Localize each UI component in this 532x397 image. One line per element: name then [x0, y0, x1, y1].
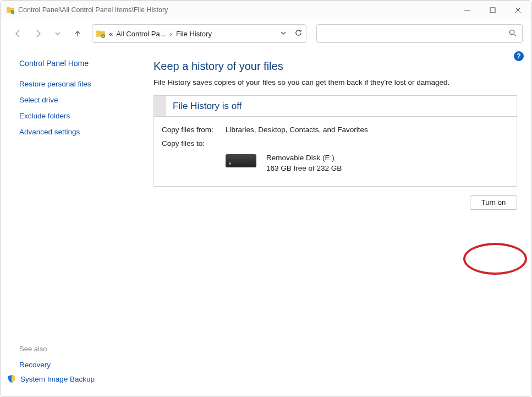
- page-description: File History saves copies of your files …: [153, 78, 517, 86]
- sidebar-link-advanced[interactable]: Advanced settings: [19, 128, 127, 136]
- copy-to-label: Copy files to:: [162, 139, 226, 148]
- nav-up-button[interactable]: [69, 25, 86, 42]
- toolbar: « All Control Pa... › File History: [1, 19, 531, 48]
- drive-name: Removable Disk (E:): [266, 153, 342, 164]
- sidebar: Control Panel Home Restore personal file…: [1, 48, 137, 396]
- help-icon[interactable]: ?: [514, 51, 524, 61]
- address-bar[interactable]: « All Control Pa... › File History: [92, 24, 306, 43]
- sidebar-link-select-drive[interactable]: Select drive: [19, 96, 127, 104]
- breadcrumb-item-2[interactable]: File History: [176, 30, 212, 38]
- search-icon[interactable]: [508, 29, 517, 39]
- sidebar-item-label: System Image Backup: [20, 375, 95, 383]
- sidebar-item-label: Recovery: [19, 361, 51, 369]
- chevron-right-icon: ›: [169, 30, 173, 38]
- minimize-button[interactable]: [454, 2, 480, 18]
- breadcrumb-item-1[interactable]: All Control Pa...: [116, 30, 166, 38]
- file-history-status: File History is off: [173, 101, 242, 112]
- drive-info: Removable Disk (E:) 163 GB free of 232 G…: [226, 153, 509, 174]
- control-panel-icon: [6, 6, 15, 14]
- refresh-button[interactable]: [294, 29, 303, 39]
- drive-icon: [226, 154, 256, 167]
- status-panel-header: File History is off: [154, 96, 517, 117]
- copy-from-label: Copy files from:: [162, 126, 226, 134]
- svg-rect-1: [490, 8, 495, 13]
- control-panel-home-link[interactable]: Control Panel Home: [19, 59, 127, 68]
- folder-icon: [96, 29, 106, 39]
- see-also-label: See also: [19, 345, 127, 353]
- address-dropdown-icon[interactable]: [280, 30, 287, 38]
- sidebar-link-restore[interactable]: Restore personal files: [19, 80, 127, 88]
- shield-icon: [7, 374, 16, 383]
- nav-recent-dropdown[interactable]: [49, 25, 67, 42]
- breadcrumb-prefix: «: [109, 30, 113, 38]
- content-area: ? Keep a history of your files File Hist…: [137, 48, 531, 396]
- copy-from-value: Libraries, Desktop, Contacts, and Favori…: [226, 126, 368, 134]
- status-panel: File History is off Copy files from: Lib…: [153, 95, 517, 187]
- annotation-highlight: [463, 243, 527, 275]
- drive-free-space: 163 GB free of 232 GB: [266, 164, 342, 174]
- sidebar-link-recovery[interactable]: Recovery: [19, 361, 127, 369]
- svg-point-3: [509, 30, 514, 34]
- search-input[interactable]: [322, 30, 508, 38]
- turn-on-button[interactable]: Turn on: [470, 195, 517, 210]
- close-button[interactable]: [505, 2, 530, 18]
- status-stripe: [154, 96, 166, 116]
- nav-back-button[interactable]: [9, 25, 27, 42]
- sidebar-link-exclude[interactable]: Exclude folders: [19, 112, 127, 120]
- maximize-button[interactable]: [480, 2, 505, 18]
- search-box[interactable]: [316, 24, 523, 43]
- page-heading: Keep a history of your files: [153, 60, 517, 73]
- window-title: Control Panel\All Control Panel Items\Fi…: [18, 6, 168, 14]
- sidebar-link-system-image-backup[interactable]: System Image Backup: [7, 374, 127, 383]
- nav-forward-button[interactable]: [29, 25, 47, 42]
- title-bar: Control Panel\All Control Panel Items\Fi…: [1, 1, 531, 19]
